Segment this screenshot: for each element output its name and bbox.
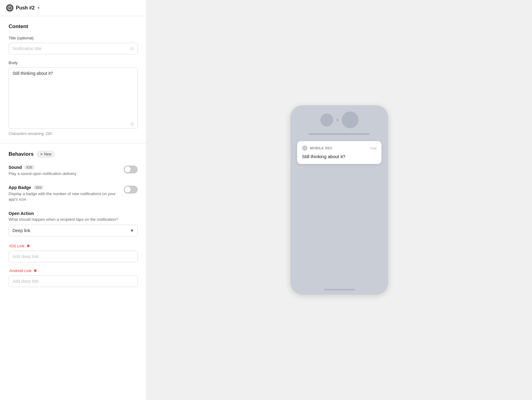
phone-top-area (314, 111, 365, 128)
android-link-required-marker: ✱ (32, 268, 37, 273)
new-badge: ✳ New (37, 151, 55, 158)
android-link-section: Android Link ✱ (9, 268, 138, 287)
title-input-wrapper: ☺ (9, 43, 138, 54)
app-name: MOBILE DEV (310, 146, 332, 150)
sound-label: Sound (9, 165, 22, 170)
body-textarea[interactable]: Still thinking about it? (9, 67, 138, 129)
behaviors-title: Behaviors (9, 151, 34, 157)
svg-rect-2 (9, 9, 10, 9)
android-link-label: Android Link ✱ (9, 268, 138, 273)
app-badge-platform-badge: iOS (34, 185, 43, 190)
app-badge-label: App Badge (9, 185, 31, 190)
body-field-group: Body Still thinking about it? ☺ Characte… (9, 60, 138, 136)
notification-card: MOBILE DEV now Still thinking about it? (297, 141, 381, 164)
speaker-area (336, 119, 339, 121)
camera-lens-icon (320, 114, 333, 126)
sound-description: Play a sound upon notification delivery (9, 171, 119, 176)
status-bar (309, 133, 370, 135)
right-panel: MOBILE DEV now Still thinking about it? (147, 0, 532, 400)
notification-header: MOBILE DEV now (302, 145, 377, 151)
content-title: Content (9, 24, 138, 30)
svg-rect-1 (9, 7, 10, 8)
header-title: Push #2 (16, 5, 35, 11)
sound-toggle[interactable] (124, 165, 138, 173)
content-section: Content Title (optional) ☺ Body Still th… (0, 16, 146, 144)
app-badge-toggle-slider (124, 186, 138, 194)
ios-link-section: iOS Link ✱ (9, 244, 138, 262)
push-icon (6, 4, 13, 12)
notification-app-row: MOBILE DEV (302, 145, 332, 151)
ios-link-input[interactable] (9, 251, 138, 262)
sound-toggle-slider (124, 165, 138, 173)
title-emoji-button[interactable]: ☺ (130, 46, 135, 51)
new-badge-icon: ✳ (40, 152, 43, 156)
app-badge-toggle[interactable] (124, 186, 138, 194)
title-field-group: Title (optional) ☺ (9, 36, 138, 54)
header: Push #2 ▾ (0, 0, 146, 16)
sound-platform-badge: iOS (24, 165, 34, 169)
body-emoji-button[interactable]: ☺ (130, 121, 135, 127)
ios-link-label: iOS Link ✱ (9, 244, 138, 248)
open-action-description: What should happen when a recipient taps… (9, 217, 138, 222)
speaker-dot (336, 119, 339, 121)
app-badge-description: Display a badge with the number of new n… (9, 191, 119, 202)
notification-time: now (370, 146, 377, 150)
sound-row: Sound iOS Play a sound upon notification… (9, 165, 138, 176)
title-field-label: Title (optional) (9, 36, 138, 40)
notification-body: Still thinking about it? (302, 153, 377, 160)
open-action-select-wrapper: Deep link Open app Open URL ▼ (9, 225, 138, 236)
char-count: Characters remaining: 230 (9, 132, 138, 136)
phone-mockup: MOBILE DEV now Still thinking about it? (290, 105, 388, 295)
app-badge-row: App Badge iOS Display a badge with the n… (9, 185, 138, 202)
open-action-select[interactable]: Deep link Open app Open URL (9, 225, 138, 236)
camera-lens-2-icon (342, 111, 359, 128)
ios-link-required-marker: ✱ (25, 244, 30, 248)
phone-home-bar (324, 289, 355, 290)
left-panel: Push #2 ▾ Content Title (optional) ☺ Bod… (0, 0, 147, 400)
behaviors-section: Behaviors ✳ New Sound iOS Play a sound u… (0, 144, 146, 300)
open-action-section: Open Action What should happen when a re… (9, 211, 138, 236)
app-icon (302, 145, 308, 151)
open-action-label: Open Action (9, 211, 138, 216)
header-chevron-icon: ▾ (38, 6, 39, 10)
body-textarea-wrapper: Still thinking about it? ☺ (9, 67, 138, 130)
body-field-label: Body (9, 60, 138, 65)
behaviors-header: Behaviors ✳ New (9, 151, 138, 158)
android-link-input[interactable] (9, 275, 138, 287)
title-input[interactable] (9, 43, 138, 54)
